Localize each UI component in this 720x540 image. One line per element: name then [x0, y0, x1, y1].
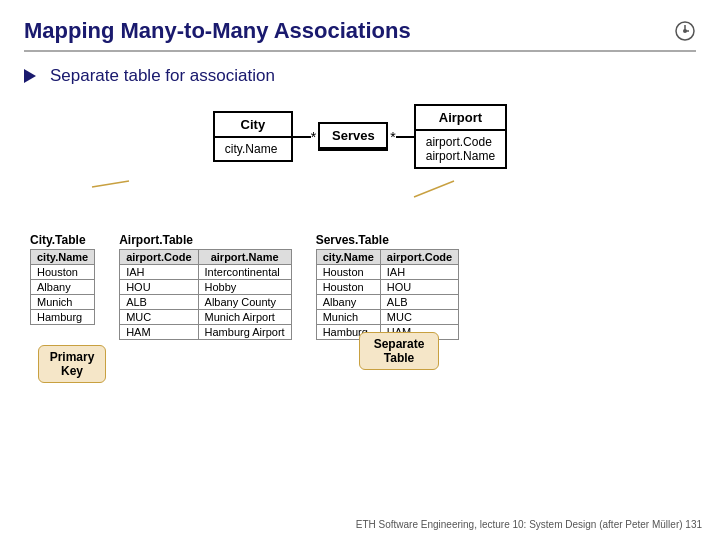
- table-row: Albany: [31, 280, 95, 295]
- table-row: Munich: [31, 295, 95, 310]
- annotation-arrows: [24, 177, 696, 225]
- table-row: AlbanyALB: [316, 295, 459, 310]
- serves-table-col-airportcode: airport.Code: [380, 250, 458, 265]
- city-table-section: City.Table city.Name Houston Albany Muni…: [30, 233, 95, 325]
- primary-key-box: PrimaryKey: [38, 345, 106, 383]
- line-right: [396, 136, 414, 138]
- city-box-title: City: [215, 113, 291, 138]
- left-connector: *: [293, 129, 318, 145]
- serves-table: city.Name airport.Code HoustonIAH Housto…: [316, 249, 460, 340]
- airport-attr-code: airport.Code: [426, 135, 495, 149]
- serves-table-title: Serves.Table: [316, 233, 389, 247]
- airport-uml-box: Airport airport.Code airport.Name: [414, 104, 507, 169]
- bullet-icon: [24, 69, 36, 83]
- clock-icon: [674, 20, 696, 42]
- table-row: ALBAlbany County: [120, 295, 292, 310]
- table-row: MUCMunich Airport: [120, 310, 292, 325]
- airport-table: airport.Code airport.Name IAHIntercontin…: [119, 249, 292, 340]
- airport-table-col-code: airport.Code: [120, 250, 198, 265]
- city-table-col-cityname: city.Name: [31, 250, 95, 265]
- airport-attr-name: airport.Name: [426, 149, 495, 163]
- airport-box-attrs: airport.Code airport.Name: [416, 131, 505, 167]
- table-row: HAMHamburg Airport: [120, 325, 292, 340]
- uml-diagram: City city.Name * Serves * Airport a: [24, 104, 696, 169]
- footer: ETH Software Engineering, lecture 10: Sy…: [356, 519, 702, 530]
- airport-table-col-name: airport.Name: [198, 250, 291, 265]
- serves-uml-box: Serves: [318, 122, 388, 151]
- annotation-area: PrimaryKey SeparateTable: [24, 177, 696, 225]
- svg-line-4: [92, 181, 129, 187]
- city-table-title: City.Table: [30, 233, 86, 247]
- subtitle-row: Separate table for association: [24, 66, 696, 86]
- title-row: Mapping Many-to-Many Associations: [24, 18, 696, 52]
- right-connector: *: [388, 129, 413, 145]
- table-row: HoustonHOU: [316, 280, 459, 295]
- city-uml-box: City city.Name: [213, 111, 293, 162]
- city-box-attr: city.Name: [215, 138, 291, 160]
- table-row: Hamburg: [31, 310, 95, 325]
- uml-row: City city.Name * Serves * Airport a: [213, 104, 507, 169]
- line-left: [293, 136, 311, 138]
- city-table: city.Name Houston Albany Munich Hamburg: [30, 249, 95, 325]
- table-row: IAHIntercontinental: [120, 265, 292, 280]
- table-row: HOUHobby: [120, 280, 292, 295]
- table-row: Houston: [31, 265, 95, 280]
- table-row: HoustonIAH: [316, 265, 459, 280]
- svg-line-5: [414, 181, 454, 197]
- separate-table-box: SeparateTable: [359, 332, 439, 370]
- multiplicity-left: *: [311, 129, 316, 145]
- table-row: MunichMUC: [316, 310, 459, 325]
- serves-table-col-cityname: city.Name: [316, 250, 380, 265]
- airport-box-title: Airport: [416, 106, 505, 131]
- slide-subtitle: Separate table for association: [50, 66, 275, 86]
- airport-table-section: Airport.Table airport.Code airport.Name …: [119, 233, 292, 340]
- slide: Mapping Many-to-Many Associations Separa…: [0, 0, 720, 540]
- tables-area: City.Table city.Name Houston Albany Muni…: [24, 233, 696, 340]
- serves-table-section: Serves.Table city.Name airport.Code Hous…: [316, 233, 460, 340]
- serves-box-title: Serves: [320, 124, 386, 149]
- airport-table-title: Airport.Table: [119, 233, 193, 247]
- slide-title: Mapping Many-to-Many Associations: [24, 18, 411, 44]
